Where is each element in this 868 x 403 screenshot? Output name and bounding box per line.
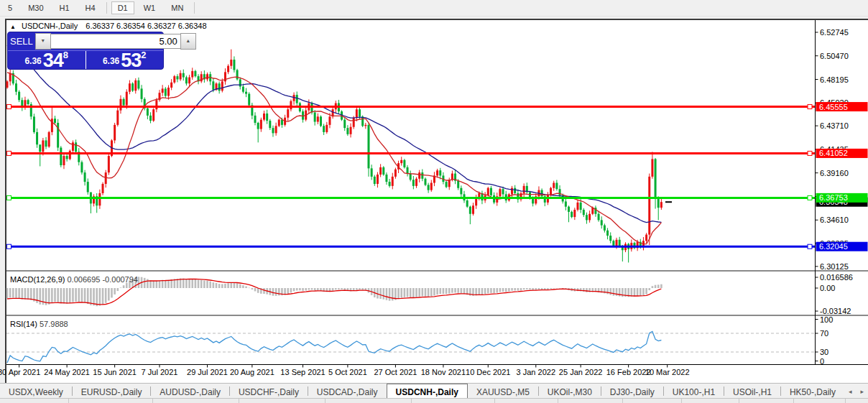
svg-text:0: 0 bbox=[820, 357, 824, 366]
svg-text:0.00: 0.00 bbox=[820, 284, 835, 292]
chart-tab-audusd-daily[interactable]: AUDUSD-,Daily bbox=[151, 384, 229, 399]
svg-text:16 Feb 2022: 16 Feb 2022 bbox=[606, 368, 651, 376]
candles bbox=[6, 50, 662, 263]
svg-text:18 Nov 2021: 18 Nov 2021 bbox=[421, 368, 466, 376]
svg-text:15 Jun 2021: 15 Jun 2021 bbox=[93, 368, 137, 376]
svg-text:29 Jul 2021: 29 Jul 2021 bbox=[187, 368, 228, 376]
svg-text:24 May 2021: 24 May 2021 bbox=[44, 368, 90, 376]
svg-text:10 Mar 2022: 10 Mar 2022 bbox=[645, 368, 690, 376]
svg-text:5 Oct 2021: 5 Oct 2021 bbox=[328, 368, 367, 376]
chart-tab-bar: USDX,WeeklyEURUSD-,DailyAUDUSD-,DailyUSD… bbox=[0, 383, 868, 399]
svg-text:25 Jan 2022: 25 Jan 2022 bbox=[559, 368, 603, 376]
mt4-application: 5M30H1H4D1W1MN 6.527456.504706.481956.45… bbox=[0, 0, 868, 403]
svg-text:6.48195: 6.48195 bbox=[820, 75, 849, 84]
rsi-line bbox=[7, 331, 661, 363]
price-level-line-6.45555[interactable]: 6.45555 bbox=[6, 102, 868, 111]
svg-text:-0.03142: -0.03142 bbox=[820, 307, 851, 315]
collapse-triangle-icon[interactable]: ▲ bbox=[10, 24, 16, 30]
svg-text:70: 70 bbox=[820, 329, 828, 338]
svg-text:6.36753: 6.36753 bbox=[819, 193, 848, 202]
price-level-line-6.36753[interactable]: 6.36753 bbox=[6, 193, 868, 203]
chart-tab-usdcnh-daily[interactable]: USDCNH-,Daily bbox=[387, 384, 468, 399]
svg-text:6.39160: 6.39160 bbox=[820, 169, 849, 177]
tab-scroll-left-icon[interactable]: ◂ bbox=[844, 388, 857, 395]
price-level-line-6.41052[interactable]: 6.41052 bbox=[6, 149, 868, 158]
chart-tab-hk50-daily[interactable]: HK50-,Daily bbox=[781, 384, 844, 399]
svg-text:6.30125: 6.30125 bbox=[820, 262, 849, 271]
chart-tab-usoil-h1[interactable]: USOil-,H1 bbox=[724, 384, 780, 399]
one-click-trade-panel: SELL ▾ ▴ BUY 6.36 34 8 6.36 53 2 bbox=[7, 32, 164, 70]
sell-price-prefix: 6.36 bbox=[24, 56, 41, 66]
svg-text:6.41052: 6.41052 bbox=[819, 149, 848, 157]
chart-ohlc-values: 6.36337 6.36354 6.36327 6.36348 bbox=[86, 22, 206, 30]
date-axis: 30 Apr 202124 May 202115 Jun 20217 Jul 2… bbox=[0, 365, 690, 377]
svg-text:7 Jul 2021: 7 Jul 2021 bbox=[142, 368, 178, 376]
buy-price-prefix: 6.36 bbox=[103, 56, 119, 66]
svg-text:20 Aug 2021: 20 Aug 2021 bbox=[230, 368, 274, 376]
sell-button[interactable]: SELL bbox=[10, 36, 33, 47]
sell-price[interactable]: 6.36 34 8 bbox=[8, 51, 86, 69]
svg-text:6.32045: 6.32045 bbox=[819, 242, 848, 251]
chart-title: ▲ USDCNH-,Daily 6.36337 6.36354 6.36327 … bbox=[10, 22, 207, 30]
svg-text:6.52745: 6.52745 bbox=[820, 28, 849, 37]
svg-text:13 Sep 2021: 13 Sep 2021 bbox=[280, 368, 325, 376]
svg-text:6.50470: 6.50470 bbox=[820, 52, 849, 60]
chart-tab-usdchf-daily[interactable]: USDCHF-,Daily bbox=[230, 384, 308, 399]
buy-button[interactable]: BUY bbox=[198, 36, 218, 47]
volume-increase-button[interactable]: ▴ bbox=[180, 33, 196, 50]
volume-decrease-button[interactable]: ▾ bbox=[35, 33, 51, 50]
svg-text:3 Jan 2022: 3 Jan 2022 bbox=[517, 368, 555, 376]
buy-price[interactable]: 6.36 53 2 bbox=[86, 51, 164, 69]
svg-text:30 Apr 2021: 30 Apr 2021 bbox=[0, 368, 40, 376]
volume-input[interactable] bbox=[51, 34, 180, 49]
volume-stepper: ▾ ▴ bbox=[35, 34, 196, 49]
rsi-indicator-label: RSI(14) 57.9888 bbox=[10, 320, 68, 328]
svg-text:10 Dec 2021: 10 Dec 2021 bbox=[466, 368, 510, 376]
chart-tab-xauusd-m5[interactable]: XAUUSD-,M5 bbox=[468, 384, 538, 399]
sell-price-big: 34 bbox=[43, 52, 63, 68]
macd-indicator-label: MACD(12,26,9) 0.006695 -0.000794 bbox=[10, 275, 138, 284]
chart-tab-usdx-weekly[interactable]: USDX,Weekly bbox=[0, 384, 72, 399]
ma-slow-line bbox=[7, 45, 661, 222]
svg-text:6.34610: 6.34610 bbox=[820, 216, 849, 224]
sell-price-sup: 8 bbox=[63, 50, 68, 60]
macd-axis: 0.0165860.00-0.03142 bbox=[816, 273, 853, 315]
price-level-line-6.32045[interactable]: 6.32045 bbox=[6, 242, 868, 251]
rsi-axis: 10070300 bbox=[816, 315, 834, 366]
svg-text:6.43710: 6.43710 bbox=[820, 121, 849, 130]
svg-text:100: 100 bbox=[820, 315, 833, 324]
chart-symbol-label: USDCNH-,Daily bbox=[22, 22, 78, 30]
chart-tab-usdcad-daily[interactable]: USDCAD-,Daily bbox=[308, 384, 387, 399]
chart-tab-dj30-daily[interactable]: DJ30-,Daily bbox=[601, 384, 663, 399]
ma-fast-line bbox=[7, 73, 661, 244]
bottom-strip bbox=[0, 398, 868, 403]
svg-text:0.016586: 0.016586 bbox=[820, 273, 853, 282]
svg-text:27 Oct 2021: 27 Oct 2021 bbox=[374, 368, 417, 376]
svg-text:30: 30 bbox=[820, 348, 828, 356]
chart-tab-eurusd-daily[interactable]: EURUSD-,Daily bbox=[73, 384, 151, 399]
buy-price-big: 53 bbox=[121, 52, 141, 68]
tab-scroll-right-icon[interactable]: ▸ bbox=[857, 388, 868, 395]
buy-price-sup: 2 bbox=[141, 50, 146, 60]
chart-tab-ukoil-m30[interactable]: UKOil-,M30 bbox=[539, 384, 601, 399]
svg-text:6.45555: 6.45555 bbox=[819, 103, 848, 111]
chart-tab-uk100-h1[interactable]: UK100-,H1 bbox=[664, 384, 724, 399]
